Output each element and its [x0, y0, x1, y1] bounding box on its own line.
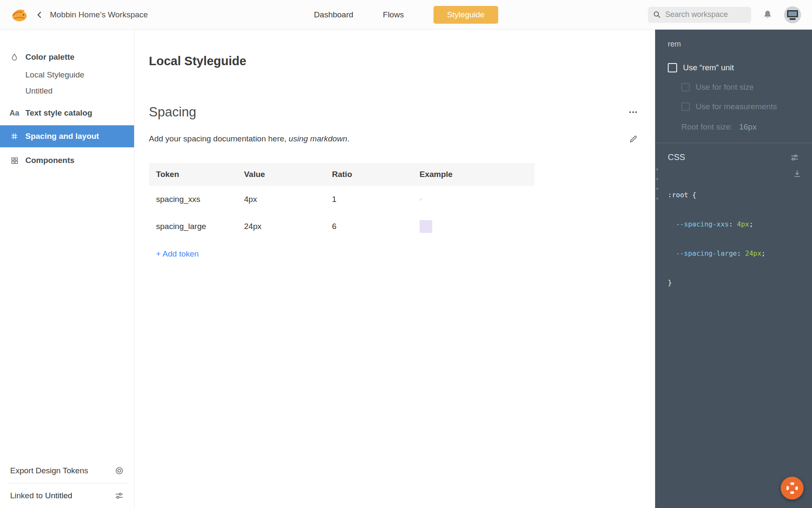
app-logo[interactable] — [11, 6, 30, 23]
notifications-button[interactable] — [762, 9, 773, 20]
use-for-measurements-row: Use for measurements — [668, 102, 799, 111]
main-content: Local Styleguide Spacing Add your spacin… — [134, 30, 655, 508]
col-header-value: Value — [237, 170, 325, 179]
linked-to-label: Linked to Untitled — [10, 491, 72, 500]
code-line: } — [668, 278, 799, 287]
search-icon — [653, 11, 661, 19]
spacing-token-table: Token Value Ratio Example spacing_xxs 4p… — [149, 163, 535, 240]
nav-styleguide[interactable]: Styleguide — [433, 6, 498, 24]
sidebar-item-label: Color palette — [25, 52, 74, 62]
download-icon — [793, 169, 802, 178]
more-dots-icon — [628, 107, 638, 117]
css-code-block: :root { --spacing-xxs: 4px; --spacing-la… — [668, 171, 799, 307]
sidebar-item-label: Components — [25, 156, 74, 165]
table-row: spacing_xxs 4px 1 — [149, 186, 535, 213]
nav-dashboard[interactable]: Dashboard — [314, 10, 353, 19]
panel-resize-handle[interactable] — [656, 168, 658, 199]
sidebar-item-color-palette[interactable]: Color palette — [0, 47, 134, 67]
token-name-cell: spacing_large — [149, 222, 237, 231]
sidebar-item-text-style-catalog[interactable]: Aa Text style catalog — [0, 103, 134, 123]
lifebuoy-icon — [785, 481, 799, 495]
root-font-size-value: 16px — [739, 122, 757, 131]
use-for-font-size-label: Use for font size — [696, 83, 754, 92]
edit-description-button[interactable] — [627, 133, 640, 145]
spacing-example-swatch — [420, 220, 432, 233]
token-ratio-cell: 1 — [325, 195, 412, 204]
table-header-row: Token Value Ratio Example — [149, 163, 535, 186]
token-value-cell: 4px — [237, 195, 325, 204]
spacing-example-swatch — [420, 198, 422, 201]
token-value-cell: 24px — [237, 222, 325, 231]
back-button[interactable] — [36, 11, 44, 19]
section-title-spacing: Spacing — [149, 105, 196, 120]
sidebar-item-label: Text style catalog — [25, 108, 92, 118]
avatar-image — [784, 6, 801, 23]
bell-icon — [762, 9, 773, 20]
app-logo-icon — [11, 7, 29, 23]
export-design-tokens-button[interactable]: Export Design Tokens — [0, 458, 134, 483]
linked-to-button[interactable]: Linked to Untitled — [0, 483, 134, 508]
token-example-cell — [412, 220, 535, 233]
target-icon — [115, 466, 124, 475]
help-button[interactable] — [781, 477, 804, 500]
workspace-name[interactable]: Mobbin Home’s Workspace — [50, 10, 148, 19]
token-name-cell: spacing_xxs — [149, 195, 237, 204]
col-header-ratio: Ratio — [325, 170, 412, 179]
export-design-tokens-label: Export Design Tokens — [10, 466, 88, 475]
token-example-cell — [412, 198, 535, 201]
code-line: --spacing-xxs: 4px; — [668, 219, 799, 229]
root-font-size-label: Root font size: — [681, 122, 732, 131]
download-css-button[interactable] — [793, 169, 802, 180]
text-style-icon: Aa — [9, 109, 19, 118]
sliders-icon — [790, 153, 799, 162]
use-rem-label: Use “rem” unit — [683, 63, 734, 72]
sidebar-item-components[interactable]: Components — [0, 151, 134, 170]
inspector-divider — [655, 143, 812, 143]
rem-section-label: rem — [668, 40, 799, 49]
use-for-font-size-row: Use for font size — [668, 83, 799, 92]
sidebar-item-label: Spacing and layout — [25, 132, 99, 141]
use-for-font-size-checkbox — [681, 83, 690, 91]
section-description: Add your spacing documentation here, usi… — [149, 134, 349, 144]
use-rem-unit-row[interactable]: Use “rem” unit — [668, 63, 799, 72]
inspector-panel: rem Use “rem” unit Use for font size Use… — [655, 30, 812, 508]
nav-flows[interactable]: Flows — [383, 10, 404, 19]
linked-target: Untitled — [45, 491, 72, 500]
use-for-measurements-label: Use for measurements — [696, 102, 777, 111]
search-input[interactable] — [665, 10, 746, 19]
workspace-search[interactable] — [648, 7, 751, 23]
col-header-token: Token — [149, 170, 237, 179]
spacing-grid-icon — [9, 132, 19, 141]
code-line: --spacing-large: 24px; — [668, 248, 799, 258]
add-token-button[interactable]: + Add token — [156, 249, 199, 259]
droplet-icon — [9, 53, 19, 61]
use-for-measurements-checkbox — [681, 102, 690, 111]
sidebar-item-local-styleguide[interactable]: Local Styleguide — [0, 67, 134, 83]
sliders-icon — [115, 491, 124, 500]
sidebar: Color palette Local Styleguide Untitled … — [0, 30, 134, 508]
components-icon — [9, 157, 19, 165]
code-line: :root { — [668, 190, 799, 200]
topbar: Mobbin Home’s Workspace Dashboard Flows … — [0, 0, 812, 30]
chevron-left-icon — [36, 11, 44, 19]
col-header-example: Example — [412, 170, 535, 179]
main-nav: Dashboard Flows Styleguide — [314, 6, 498, 24]
sidebar-item-spacing-and-layout[interactable]: Spacing and layout — [0, 125, 134, 147]
user-avatar[interactable] — [784, 6, 801, 23]
use-rem-checkbox[interactable] — [668, 63, 677, 72]
root-font-size-row: Root font size: 16px — [668, 122, 799, 132]
section-more-button[interactable] — [626, 105, 640, 119]
page-title: Local Styleguide — [149, 54, 640, 68]
pencil-icon — [629, 134, 638, 144]
css-settings-button[interactable] — [790, 153, 799, 162]
token-ratio-cell: 6 — [325, 222, 412, 231]
table-row: spacing_large 24px 6 — [149, 213, 535, 240]
css-section-label: CSS — [668, 152, 685, 162]
sidebar-item-untitled[interactable]: Untitled — [0, 83, 134, 99]
